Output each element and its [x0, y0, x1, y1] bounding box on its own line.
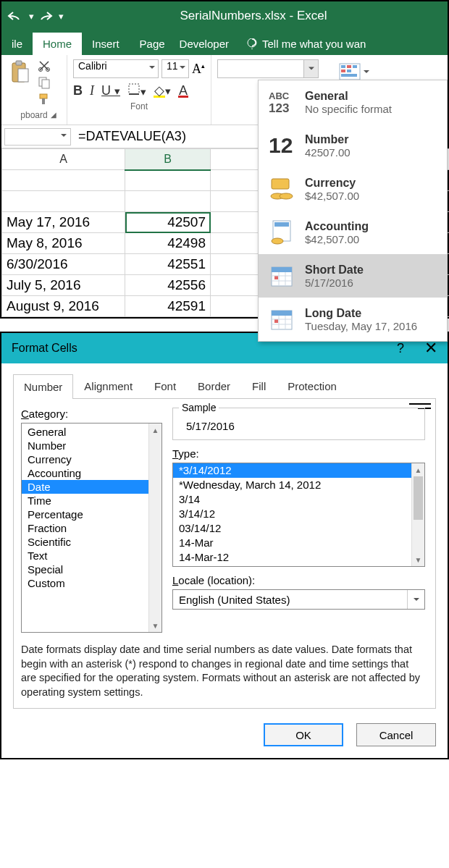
- format-option-short-date[interactable]: Short Date5/17/2016: [259, 254, 447, 298]
- type-option[interactable]: 03/14/12: [173, 521, 424, 536]
- category-general[interactable]: General: [22, 425, 161, 439]
- grow-font-button[interactable]: A▴: [192, 62, 205, 77]
- category-time[interactable]: Time: [22, 494, 161, 507]
- tab-insert[interactable]: Insert: [82, 33, 130, 55]
- type-listbox[interactable]: *3/14/2012*Wednesday, March 14, 20123/14…: [172, 463, 425, 567]
- dialog-tab-number[interactable]: Number: [13, 374, 73, 399]
- type-option[interactable]: *Wednesday, March 14, 2012: [173, 478, 424, 492]
- col-header-a[interactable]: A: [2, 149, 125, 170]
- tab-page[interactable]: Page: [130, 33, 175, 55]
- font-size-combo[interactable]: 11: [161, 59, 189, 78]
- svg-text:123: 123: [269, 101, 289, 115]
- scrollbar[interactable]: ▲ ▼: [148, 424, 161, 632]
- underline-button[interactable]: U ▾: [101, 83, 120, 98]
- cell[interactable]: 42556: [125, 275, 211, 296]
- tab-file[interactable]: ile: [1, 33, 33, 55]
- cell[interactable]: [125, 191, 211, 212]
- window-title: SerialNumbers.xlsx - Excel: [64, 9, 443, 23]
- cell[interactable]: August 9, 2016: [2, 296, 125, 317]
- dialog-tab-font[interactable]: Font: [143, 374, 187, 398]
- paste-button[interactable]: [7, 59, 33, 85]
- category-accounting[interactable]: Accounting: [22, 466, 161, 480]
- dialog-tab-alignment[interactable]: Alignment: [73, 374, 143, 398]
- dropdown-icon[interactable]: [407, 590, 424, 609]
- format-option-number[interactable]: 12Number42507.00: [259, 124, 447, 167]
- number-format-dropdown-icon[interactable]: [303, 60, 318, 77]
- format-cells-dialog: Format Cells ? ✕ NumberAlignmentFontBord…: [0, 332, 449, 759]
- coins-icon: [267, 174, 296, 203]
- scroll-down-icon[interactable]: ▼: [149, 619, 161, 632]
- fill-color-button[interactable]: ◇▾: [154, 83, 171, 98]
- cut-button[interactable]: [38, 59, 51, 75]
- bold-button[interactable]: B: [73, 83, 83, 98]
- col-header-b[interactable]: B: [125, 149, 211, 170]
- cell[interactable]: [2, 191, 125, 212]
- titlebar: ▾ ▾ SerialNumbers.xlsx - Excel: [1, 1, 448, 30]
- category-listbox[interactable]: GeneralNumberCurrencyAccountingDateTimeP…: [21, 423, 162, 633]
- category-text[interactable]: Text: [22, 549, 161, 562]
- dialog-tab-protection[interactable]: Protection: [277, 374, 348, 398]
- svg-rect-2: [16, 61, 22, 65]
- type-option[interactable]: 14-Mar-12: [173, 550, 424, 565]
- cal-icon: [267, 305, 296, 334]
- category-special[interactable]: Special: [22, 562, 161, 576]
- scroll-up-icon[interactable]: ▲: [149, 424, 161, 437]
- tell-me[interactable]: Tell me what you wan: [239, 33, 373, 55]
- sample-label: Sample: [179, 402, 219, 413]
- category-fraction[interactable]: Fraction: [22, 521, 161, 535]
- excel-window: ▾ ▾ SerialNumbers.xlsx - Excel ile Home …: [0, 0, 449, 319]
- scroll-thumb[interactable]: [414, 476, 423, 520]
- cell[interactable]: July 5, 2016: [2, 275, 125, 296]
- type-option[interactable]: 3/14/12: [173, 507, 424, 521]
- dialog-tab-border[interactable]: Border: [187, 374, 241, 398]
- dialog-tab-fill[interactable]: Fill: [241, 374, 277, 398]
- format-option-currency[interactable]: Currency$42,507.00: [259, 167, 447, 211]
- format-option-general[interactable]: ABC123GeneralNo specific format: [259, 80, 447, 124]
- category-percentage[interactable]: Percentage: [22, 507, 161, 521]
- qat-customize-caret[interactable]: ▾: [59, 11, 64, 22]
- redo-button[interactable]: [38, 9, 54, 23]
- category-custom[interactable]: Custom: [22, 576, 161, 590]
- help-icon[interactable]: ?: [397, 341, 404, 356]
- clipboard-launcher-icon[interactable]: ◢: [51, 111, 56, 119]
- tab-developer[interactable]: Developer: [169, 33, 239, 55]
- format-painter-button[interactable]: [38, 93, 51, 108]
- locale-combo[interactable]: English (United States): [172, 589, 425, 610]
- copy-button[interactable]: [38, 76, 51, 91]
- cancel-button[interactable]: Cancel: [356, 723, 436, 746]
- font-name-combo[interactable]: Calibri: [73, 59, 159, 78]
- tab-home[interactable]: Home: [33, 33, 82, 55]
- name-box[interactable]: [4, 128, 71, 146]
- format-option-accounting[interactable]: Accounting $42,507.00: [259, 211, 447, 254]
- type-option[interactable]: 3/14: [173, 492, 424, 507]
- category-scientific[interactable]: Scientific: [22, 535, 161, 549]
- cell[interactable]: [125, 170, 211, 191]
- italic-button[interactable]: I: [90, 83, 94, 98]
- scroll-up-icon[interactable]: ▲: [412, 463, 424, 476]
- cell[interactable]: 42551: [125, 254, 211, 275]
- type-option[interactable]: 14-Mar: [173, 536, 424, 550]
- category-number[interactable]: Number: [22, 439, 161, 452]
- scroll-down-icon[interactable]: ▼: [412, 553, 424, 566]
- svg-point-27: [272, 238, 283, 244]
- type-option[interactable]: *3/14/2012: [173, 463, 424, 478]
- cell[interactable]: 42498: [125, 233, 211, 254]
- cell[interactable]: [2, 170, 125, 191]
- ok-button[interactable]: OK: [264, 723, 343, 746]
- undo-split-caret[interactable]: ▾: [29, 11, 34, 22]
- cell[interactable]: May 8, 2016: [2, 233, 125, 254]
- cell[interactable]: May 17, 2016: [2, 212, 125, 233]
- borders-button[interactable]: ▾: [127, 83, 146, 99]
- category-date[interactable]: Date: [22, 480, 161, 494]
- category-currency[interactable]: Currency: [22, 452, 161, 466]
- svg-rect-30: [274, 276, 278, 279]
- cell[interactable]: 42591: [125, 296, 211, 317]
- cell[interactable]: 42507: [125, 212, 211, 233]
- undo-button[interactable]: [6, 9, 25, 23]
- cell[interactable]: 6/30/2016: [2, 254, 125, 275]
- format-option-long-date[interactable]: Long DateTuesday, May 17, 2016: [259, 298, 447, 341]
- scrollbar[interactable]: ▲ ▼: [411, 463, 424, 566]
- number-format-combo[interactable]: [217, 59, 319, 78]
- font-label: Font: [73, 99, 205, 114]
- font-color-button[interactable]: A: [178, 83, 188, 98]
